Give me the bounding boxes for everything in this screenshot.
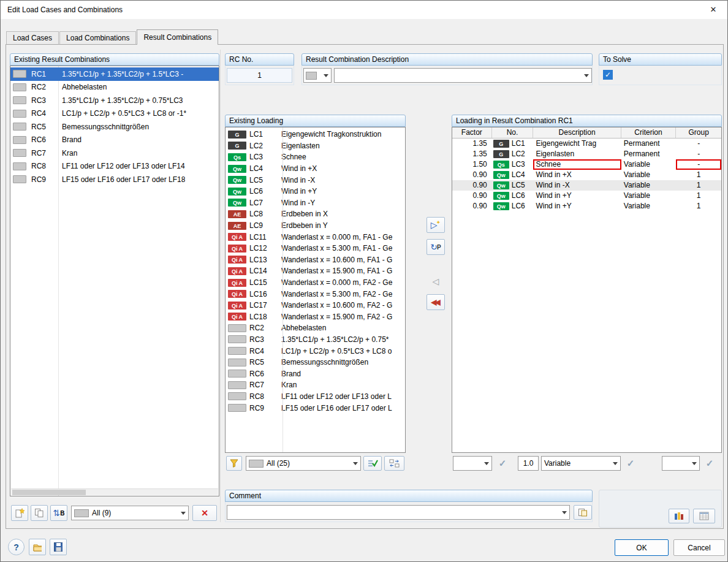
rc-list-item[interactable]: RC9LF15 oder LF16 oder LF17 oder LF18 (10, 173, 219, 186)
loading-list-item[interactable]: GLC1Eigengewicht Tragkonstruktion (226, 129, 405, 140)
select-checked-button[interactable] (363, 456, 382, 471)
loading-list-item[interactable]: RC6Brand (226, 368, 405, 379)
loading-list-item[interactable]: Qi ALC14Wanderlast x = 15.900 m, FA1 - G (226, 265, 405, 277)
loading-filter-select[interactable]: All (25) (246, 456, 361, 471)
rc-list-item[interactable]: RC11.35*LC1/p + 1.35*LC2/p + 1.5*LC3 - (10, 67, 219, 81)
tab-load-cases[interactable]: Load Cases (6, 31, 59, 45)
loading-list-item[interactable]: Qi ALC13Wanderlast x = 10.600 m, FA1 - G (226, 254, 405, 266)
factor-field[interactable]: 1.0 (518, 456, 539, 471)
loading-list-item[interactable]: QsLC3Schnee (226, 151, 405, 163)
help-button[interactable]: ? (8, 539, 25, 555)
loading-list-item[interactable]: AELC8Erdbeben in X (226, 208, 405, 220)
loading-list-item[interactable]: Qi ALC18Wanderlast x = 15.900 m, FA2 - G (226, 311, 405, 323)
to-solve-checkbox[interactable]: ✓ (603, 70, 613, 80)
copy-rc-button[interactable] (31, 505, 48, 521)
description-combobox[interactable] (334, 68, 592, 83)
comment-header: Comment (225, 490, 593, 502)
combination-row[interactable]: 0.90QwLC5Wind in -XVariable1 (452, 180, 721, 191)
group-cell: - (676, 149, 721, 159)
tab-load-combinations[interactable]: Load Combinations (59, 31, 136, 45)
loading-list-item[interactable]: RC2Abhebelasten (226, 322, 405, 334)
loading-list-item[interactable]: RC8LF11 oder LF12 oder LF13 oder L (226, 391, 405, 403)
horizontal-scrollbar[interactable] (11, 488, 218, 495)
loading-list-item[interactable]: QwLC4Wind in +X (226, 163, 405, 175)
category-badge (228, 324, 246, 332)
description-color-select[interactable] (303, 68, 332, 83)
comment-transfer-button[interactable] (574, 505, 592, 520)
loading-list-item[interactable]: Qi ALC11Wanderlast x = 0.000 m, FA1 - Ge (226, 231, 405, 243)
loading-list-item[interactable]: QwLC5Wind in -X (226, 174, 405, 186)
tables-button[interactable] (693, 509, 715, 523)
apply-group-button[interactable]: ✓ (496, 456, 509, 471)
rc-name: RC2 (31, 83, 56, 91)
loading-list-item[interactable]: RC7Kran (226, 379, 405, 391)
group-select[interactable] (453, 456, 492, 471)
scrollbar-thumb[interactable] (12, 490, 86, 495)
rc-list-item[interactable]: RC2Abhebelasten (10, 81, 219, 94)
category-badge (228, 370, 246, 378)
combination-row[interactable]: 0.90QwLC6Wind in +YVariable1 (452, 201, 721, 211)
category-badge: Qw (493, 181, 509, 189)
extra-select[interactable] (662, 456, 700, 471)
add-loading-button[interactable]: ▷✦ (427, 217, 445, 233)
column-group[interactable]: Group (676, 127, 721, 138)
rc-list-item[interactable]: RC4LC1/p + LC2/p + 0.5*LC3 + LC8 or -1* (10, 107, 219, 121)
notes-icon (578, 508, 588, 517)
loading-list-item[interactable]: Qi ALC15Wanderlast x = 0.000 m, FA2 - Ge (226, 277, 405, 289)
combination-row[interactable]: 1.35GLC1Eigengewicht TragPermanent- (452, 139, 721, 149)
apply-extra-button[interactable]: ✓ (703, 456, 716, 471)
rc-list-item[interactable]: RC31.35*LC1/p + 1.35*LC2/p + 0.75*LC3 (10, 94, 219, 107)
tab-result-combinations[interactable]: Result Combinations (137, 29, 218, 45)
column-factor[interactable]: Factor (452, 127, 492, 138)
loading-list-item[interactable]: QwLC6Wind in +Y (226, 186, 405, 197)
loading-list-item[interactable]: AELC9Erdbeben in Y (226, 220, 405, 232)
column-no[interactable]: No. (492, 127, 534, 138)
loading-list-item[interactable]: Qi ALC16Wanderlast x = 5.300 m, FA2 - Ge (226, 288, 405, 300)
category-badge (228, 347, 246, 355)
rc-filter-select[interactable]: All (9) (71, 506, 189, 520)
loading-list-item[interactable]: RC9LF15 oder LF16 oder LF17 oder L (226, 402, 405, 414)
loading-list-item[interactable]: RC5Bemessungsschnittgrößen (226, 357, 405, 368)
loading-list-item[interactable]: RC31.35*LC1/p + 1.35*LC2/p + 0.75* (226, 334, 405, 346)
new-rc-button[interactable] (11, 505, 28, 521)
rc-list-item[interactable]: RC5Bemessungsschnittgrößen (10, 120, 219, 134)
combination-row[interactable]: 1.35GLC2EigenlastenPermanent- (452, 149, 721, 159)
ok-button[interactable]: OK (615, 539, 669, 556)
save-button[interactable] (50, 539, 67, 555)
library-button[interactable] (669, 509, 689, 523)
rc-description: 1.35*LC1/p + 1.35*LC2/p + 0.75*LC3 (62, 96, 183, 105)
rc-list-item[interactable]: RC6Brand (10, 134, 219, 147)
category-badge (13, 110, 26, 118)
swap-selection-button[interactable] (384, 456, 404, 471)
delete-rc-button[interactable]: ✕ (192, 505, 217, 521)
apply-criterion-button[interactable]: ✓ (624, 456, 637, 471)
loading-list-item[interactable]: Qi ALC12Wanderlast x = 5.300 m, FA1 - Ge (226, 243, 405, 254)
remove-all-loading-button[interactable]: ◀◀ (427, 294, 445, 310)
loading-list-item[interactable]: Qi ALC17Wanderlast x = 10.600 m, FA2 - G (226, 300, 405, 311)
column-splitter[interactable] (282, 127, 283, 452)
loading-list-item[interactable]: QwLC7Wind in -Y (226, 197, 405, 209)
category-badge: Qw (228, 176, 246, 184)
rc-no-field[interactable]: 1 (227, 68, 292, 83)
criterion-select[interactable]: Variable (541, 456, 621, 471)
close-button[interactable]: ✕ (699, 1, 727, 19)
rc-list-item[interactable]: RC8LF11 oder LF12 oder LF13 oder LF14 (10, 160, 219, 173)
cancel-button[interactable]: Cancel (673, 539, 725, 556)
open-button[interactable] (29, 539, 46, 555)
add-with-parameters-button[interactable]: ↻P (427, 239, 445, 255)
rc-list-item[interactable]: RC7Kran (10, 146, 219, 160)
loading-description: Brand (281, 370, 405, 378)
loading-list-item[interactable]: RC4LC1/p + LC2/p + 0.5*LC3 + LC8 o (226, 345, 405, 357)
combination-row[interactable]: 1.50QsLC3SchneeVariable- (452, 159, 721, 170)
comment-combobox[interactable] (227, 505, 570, 520)
loading-list-item[interactable]: GLC2Eigenlasten (226, 140, 405, 152)
filter-button[interactable] (226, 456, 242, 471)
renumber-button[interactable]: ⇅B (50, 505, 67, 521)
loading-name: RC4 (249, 347, 279, 355)
column-description[interactable]: Description (533, 127, 621, 138)
column-criterion[interactable]: Criterion (621, 127, 677, 138)
combination-row[interactable]: 0.90QwLC6Wind in +YVariable1 (452, 191, 721, 201)
remove-loading-button[interactable]: ◁ (427, 273, 445, 289)
loading-description: Bemessungsschnittgrößen (281, 358, 405, 366)
combination-row[interactable]: 0.90QwLC4Wind in +XVariable1 (452, 170, 721, 180)
